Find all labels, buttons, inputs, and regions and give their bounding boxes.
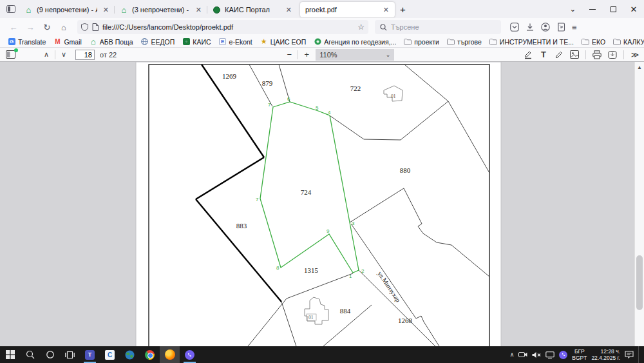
zoom-in-button[interactable]: +: [300, 49, 313, 61]
tab-proekt-pdf-active[interactable]: proekt.pdf ✕: [300, 2, 395, 17]
hidden-icons-chevron-icon[interactable]: ∧: [510, 351, 515, 358]
highlight-tool-button[interactable]: [522, 49, 535, 61]
translate-icon: G: [8, 38, 15, 46]
bookmark-gmail[interactable]: MGmail: [50, 37, 85, 47]
viber-tray-icon[interactable]: [559, 351, 567, 359]
save-button[interactable]: [606, 49, 619, 61]
folder-icon: [582, 38, 589, 46]
action-center-icon[interactable]: [625, 351, 634, 358]
tab-close-icon[interactable]: ✕: [101, 6, 111, 14]
account-icon[interactable]: [541, 23, 550, 32]
taskbar-app-c-button[interactable]: C: [100, 346, 120, 363]
folder-icon: [613, 38, 621, 46]
list-all-tabs-chevron-icon[interactable]: ⌄: [564, 5, 582, 14]
bookmark-ekont[interactable]: Ee-Ekont: [215, 37, 256, 47]
window-restore-button[interactable]: [603, 1, 623, 17]
menu-hamburger-icon[interactable]: ≡: [572, 23, 577, 32]
window-close-button[interactable]: ✕: [623, 1, 644, 17]
page-number-input[interactable]: [75, 50, 95, 60]
geodesy-agency-icon: [314, 38, 321, 46]
bookmark-label: ЕКО: [592, 38, 605, 46]
bookmark-kais[interactable]: ◦КАИС: [178, 37, 214, 47]
sidebar-panel-icon[interactable]: [556, 23, 565, 32]
sidebar-toggle-icon: [6, 50, 15, 59]
bookmark-folder-instrumenti[interactable]: ИНСТРУМЕНТИ И ТЕ...: [486, 37, 578, 47]
zoom-select[interactable]: 110% ⌄: [316, 49, 394, 61]
speaker-muted-icon[interactable]: [532, 351, 541, 358]
window-minimize-button[interactable]: [582, 1, 603, 17]
search-input[interactable]: [391, 23, 488, 31]
bookmark-folder-eko[interactable]: ЕКО: [578, 37, 609, 47]
firefox-view-button[interactable]: [3, 3, 19, 15]
chevron-down-icon: ⌄: [386, 52, 391, 58]
tab-close-icon[interactable]: ✕: [381, 6, 391, 14]
scrollbar-up-arrow-icon[interactable]: ▲: [635, 63, 644, 71]
text-tool-button[interactable]: T: [537, 49, 550, 61]
url-bar[interactable]: file:///C:/Users/lancom/Desktop/proekt.p…: [77, 20, 368, 34]
chrome-icon: [145, 350, 155, 360]
new-tab-button[interactable]: +: [395, 3, 411, 16]
taskbar-globe-app-button[interactable]: [120, 346, 140, 363]
tab-kais-portal[interactable]: КАИС Портал ✕: [207, 2, 298, 17]
draw-tool-button[interactable]: [553, 49, 565, 61]
language-line1: БГР: [572, 348, 587, 355]
task-view-button[interactable]: [60, 346, 80, 363]
bookmark-folder-kalkulator[interactable]: КАЛКУЛАТОР СМЯН...: [609, 37, 644, 47]
tab-abv-mail-1[interactable]: ⌂ (9 непрочетени) - АБВ поща ✕: [19, 2, 115, 17]
bookmark-star-icon[interactable]: ☆: [357, 23, 365, 32]
teams-icon: T: [85, 350, 95, 360]
bookmark-eedop[interactable]: ЕЕДОП: [137, 37, 179, 47]
show-desktop-button[interactable]: [638, 346, 640, 363]
start-button[interactable]: [0, 346, 20, 363]
bookmark-cais-eop[interactable]: ★ЦАИС ЕОП: [256, 37, 310, 47]
downloads-icon[interactable]: [526, 23, 535, 32]
home-button[interactable]: ⌂: [55, 20, 72, 34]
pdf-tools-overflow-button[interactable]: ≫: [629, 49, 641, 61]
taskbar-chrome-button[interactable]: [140, 346, 160, 363]
url-text: file:///C:/Users/lancom/Desktop/proekt.p…: [102, 23, 357, 31]
next-page-button[interactable]: ∨: [57, 49, 70, 61]
parcel-label-884: 884: [340, 307, 351, 315]
bookmark-folder-proekti[interactable]: проекти: [400, 37, 443, 47]
clock[interactable]: 12:28 ч. 22.4.2025 г.: [591, 348, 620, 361]
windows-taskbar: T C ∧ БГР BGPT 12:28 ч.: [0, 346, 644, 363]
language-indicator[interactable]: БГР BGPT: [572, 348, 587, 361]
tab-abv-mail-2[interactable]: ⌂ (3 непрочетени) - АБВ поща ✕: [115, 2, 207, 17]
network-display-icon[interactable]: [545, 351, 554, 358]
bookmark-folder-targove[interactable]: търгове: [443, 37, 486, 47]
scrollbar-thumb[interactable]: [636, 255, 643, 310]
divider: [298, 50, 298, 59]
folder-icon: [404, 38, 412, 46]
bookmark-label: АБВ Поща: [100, 38, 133, 46]
print-button[interactable]: [591, 49, 603, 61]
zoom-out-button[interactable]: −: [283, 49, 296, 61]
add-image-button[interactable]: [568, 49, 581, 61]
back-button[interactable]: ←: [5, 20, 22, 34]
vertex-label: 2: [361, 268, 365, 274]
tab-close-icon[interactable]: ✕: [284, 6, 294, 14]
vertex-label: 9: [327, 228, 330, 234]
forward-button[interactable]: →: [22, 20, 39, 34]
vertex-label: 4: [328, 110, 331, 115]
folder-icon: [447, 38, 455, 46]
pocket-icon[interactable]: [510, 23, 519, 32]
previous-page-button[interactable]: ∧: [40, 49, 53, 61]
shield-icon: [81, 23, 88, 31]
taskbar-viber-button[interactable]: [180, 346, 200, 363]
pdf-viewer[interactable]: 7 6 5 4 3 2 1 9 8 7 1269 879 722 880 724…: [0, 62, 644, 346]
taskbar-firefox-button-active[interactable]: [160, 346, 180, 363]
cortana-button[interactable]: [40, 346, 60, 363]
camera-tray-icon[interactable]: [518, 351, 527, 358]
tab-close-icon[interactable]: ✕: [194, 6, 204, 14]
bookmark-geodesy-agency[interactable]: Агенция по геодезия,...: [310, 37, 400, 47]
reload-button[interactable]: ↻: [39, 20, 55, 34]
pdf-sidebar-toggle-button[interactable]: [4, 49, 17, 61]
search-bar[interactable]: [375, 20, 501, 34]
vertical-scrollbar[interactable]: ▲: [634, 62, 644, 346]
bookmark-translate[interactable]: GTranslate: [4, 37, 50, 47]
taskbar-search-button[interactable]: [20, 346, 40, 363]
task-view-icon: [65, 351, 75, 359]
building-label-01: 01: [308, 315, 314, 320]
taskbar-teams-button[interactable]: T: [80, 346, 100, 363]
bookmark-abv[interactable]: ⌂АБВ Поща: [86, 37, 137, 47]
